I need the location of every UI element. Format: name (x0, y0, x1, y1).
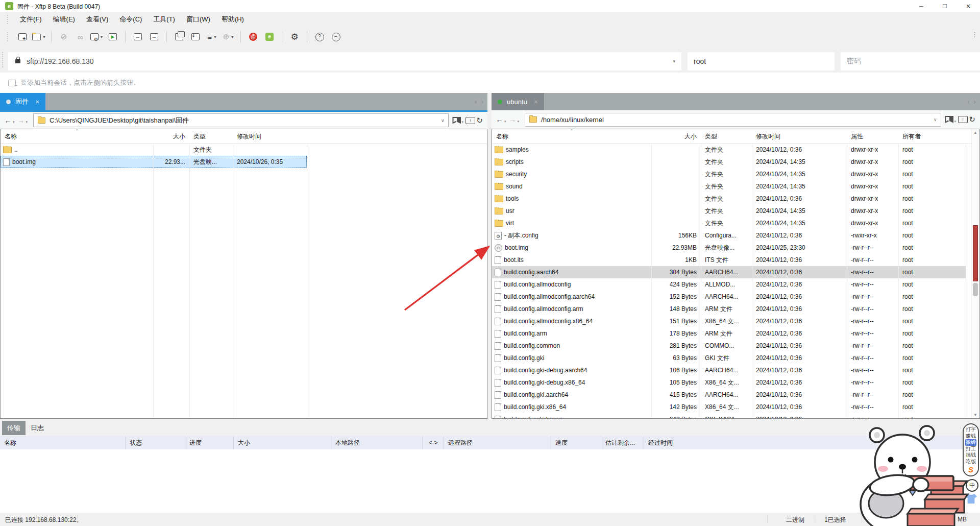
transfer-column-4[interactable]: 本地路径 (331, 436, 422, 449)
encoding-button[interactable]: ⊕▾ (221, 30, 235, 43)
file-row[interactable]: sound文件夹2024/10/24, 14:35drwxr-xr-xroot (492, 180, 966, 193)
transfer-column-3[interactable]: 大小 (233, 436, 331, 449)
new-session-button[interactable]: + (15, 30, 30, 43)
forward-icon[interactable] (17, 116, 26, 125)
bookmark-icon[interactable] (945, 116, 953, 123)
close-tab-icon[interactable]: ✕ (35, 99, 39, 105)
bookmark-caret[interactable]: ▾ (954, 119, 956, 124)
back-history-caret[interactable]: ▾ (13, 120, 15, 124)
column-header-1[interactable]: 大小 (153, 129, 189, 144)
refresh-icon[interactable] (475, 116, 484, 125)
tab-local-session[interactable]: 固件 ✕ (0, 93, 45, 110)
drag-handle[interactable] (7, 32, 9, 41)
parent-folder-icon[interactable] (958, 116, 968, 123)
file-row[interactable]: build.config.allmodconfig.aarch64152 Byt… (492, 291, 966, 303)
bookmark-caret[interactable]: ▾ (461, 120, 463, 124)
menu-item-0[interactable]: 文件(F) (14, 12, 47, 27)
column-header-4[interactable]: 属性 (847, 129, 898, 144)
forward-history-caret[interactable]: ▾ (518, 119, 520, 124)
pane-splitter[interactable] (487, 93, 492, 419)
transfer-column-2[interactable]: 进度 (185, 436, 233, 449)
vertical-scrollbar[interactable]: ▲▼ (971, 129, 979, 418)
menu-item-1[interactable]: 编辑(E) (47, 12, 81, 27)
chevron-down-icon[interactable]: ▾ (214, 35, 216, 39)
file-row[interactable]: build.config.allmodconfig.x86_64151 Byte… (492, 315, 966, 327)
ime-word-2[interactable]: 搬砖 (965, 439, 976, 446)
xshell-button[interactable]: @ (246, 30, 260, 43)
collapse-button[interactable]: − (329, 30, 343, 43)
file-row[interactable]: tools文件夹2024/10/12, 0:36drwxr-xr-xroot (492, 193, 966, 205)
file-row[interactable]: virt文件夹2024/10/24, 14:35drwxr-xr-xroot (492, 217, 966, 229)
run-button[interactable]: ▶ (106, 30, 120, 43)
scroll-up-icon[interactable]: ▲ (973, 130, 977, 135)
file-row[interactable]: build.config.gki.aarch64415 BytesAARCH64… (492, 389, 966, 401)
transfer-right-button[interactable]: → (147, 30, 161, 43)
path-dropdown-icon[interactable] (934, 117, 937, 122)
close-tab-icon[interactable]: ✕ (534, 99, 538, 105)
column-header-5[interactable]: 所有者 (898, 129, 966, 144)
back-icon[interactable] (4, 116, 12, 125)
chevron-down-icon[interactable]: ▾ (673, 59, 675, 64)
menu-item-2[interactable]: 查看(V) (81, 12, 114, 27)
menu-item-4[interactable]: 工具(T) (148, 12, 181, 27)
ime-word-3[interactable]: 打工 (966, 446, 976, 452)
file-row[interactable]: - 副本.config156KBConfigura...2024/10/12, … (492, 229, 966, 242)
chevron-left-icon[interactable] (967, 98, 970, 106)
xftp-button[interactable]: e (262, 30, 277, 43)
parent-folder-icon[interactable] (465, 117, 475, 124)
file-row[interactable]: boot.img22.93...光盘映...2024/10/26, 0:35 (1, 156, 307, 168)
remote-path-input[interactable]: /home/xu/linux/kernel (525, 113, 941, 127)
disconnect-button[interactable]: ⊘ (57, 30, 71, 43)
session-properties-button[interactable]: ⚙▾ (89, 30, 104, 43)
drag-handle[interactable] (7, 15, 9, 24)
column-header-2[interactable]: 类型 (189, 129, 233, 144)
file-row[interactable]: build.config.common281 BytesCOMMO...2024… (492, 340, 966, 352)
transfer-tab-0[interactable]: 传输 (2, 421, 26, 435)
view-list-button[interactable]: ≡▾ (205, 30, 219, 43)
minimize-button[interactable] (910, 0, 933, 12)
file-row[interactable]: build.config.gki-debug.aarch64106 BytesA… (492, 364, 966, 376)
file-row[interactable]: boot.img22.93MB光盘映像...2024/10/25, 23:30-… (492, 242, 966, 254)
ime-word-5[interactable]: 吃饭 (966, 459, 976, 465)
transfer-column-5[interactable]: <-> (422, 436, 444, 449)
path-dropdown-icon[interactable] (441, 118, 445, 123)
chevron-down-icon[interactable]: ▾ (101, 35, 103, 39)
bookmark-icon[interactable] (452, 117, 461, 124)
scrollbar-thumb[interactable] (973, 283, 978, 296)
username-field[interactable]: root (688, 52, 835, 70)
chevron-down-icon[interactable]: ▾ (43, 35, 45, 39)
menu-item-6[interactable]: 帮助(H) (216, 12, 250, 27)
tab-remote-session[interactable]: ubuntu ✕ (492, 93, 544, 110)
file-row[interactable]: build.config.gki.x86_64142 BytesX86_64 文… (492, 401, 966, 413)
file-row[interactable]: build.config.gki-debug.x86_64105 BytesX8… (492, 376, 966, 389)
transfer-column-8[interactable]: 估计剩余... (601, 436, 644, 449)
file-row[interactable]: build.config.gki.kasan648 BytesGKI_KASA.… (492, 413, 966, 419)
file-row[interactable]: security文件夹2024/10/24, 14:35drwxr-xr-xro… (492, 168, 966, 180)
local-path-input[interactable]: C:\Users\QINGJUE\Desktop\git\taishanpai\… (33, 113, 449, 127)
transfer-tab-1[interactable]: 日志 (26, 421, 49, 435)
file-row[interactable]: ..文件夹 (1, 144, 307, 156)
file-row[interactable]: scripts文件夹2024/10/24, 14:35drwxr-xr-xroo… (492, 156, 966, 168)
forward-icon[interactable] (508, 115, 517, 124)
ime-word-1[interactable]: 赚钱 (966, 433, 976, 440)
open-session-button[interactable]: ▾ (32, 30, 46, 43)
drag-handle[interactable] (2, 52, 3, 67)
file-row[interactable]: samples文件夹2024/10/12, 0:36drwxr-xr-xroot (492, 144, 966, 156)
column-header-2[interactable]: 类型 (701, 129, 752, 144)
sogou-logo-icon[interactable]: S (968, 465, 973, 474)
toolbar-overflow-icon[interactable]: ⋮ (971, 31, 978, 38)
menu-item-5[interactable]: 窗口(W) (181, 12, 216, 27)
transfer-left-button[interactable]: ← (131, 30, 145, 43)
column-header-3[interactable]: 修改时间 (752, 129, 847, 144)
transfer-column-0[interactable]: 名称 (0, 436, 125, 449)
back-icon[interactable] (495, 115, 504, 124)
file-row[interactable]: build.config.aarch64304 BytesAARCH64...2… (492, 266, 966, 278)
settings-button[interactable]: ⚙ (287, 30, 302, 43)
transfer-column-6[interactable]: 远程路径 (444, 436, 551, 449)
ime-word-4[interactable]: 搞钱 (966, 452, 976, 459)
ime-mode-indicator[interactable]: 中 (966, 479, 978, 492)
file-row[interactable]: build.config.allmodconfig.arm148 BytesAR… (492, 303, 966, 315)
new-window-button[interactable]: + (188, 30, 203, 43)
column-header-1[interactable]: 大小 (651, 129, 701, 144)
password-field[interactable]: 密码 (841, 52, 980, 70)
